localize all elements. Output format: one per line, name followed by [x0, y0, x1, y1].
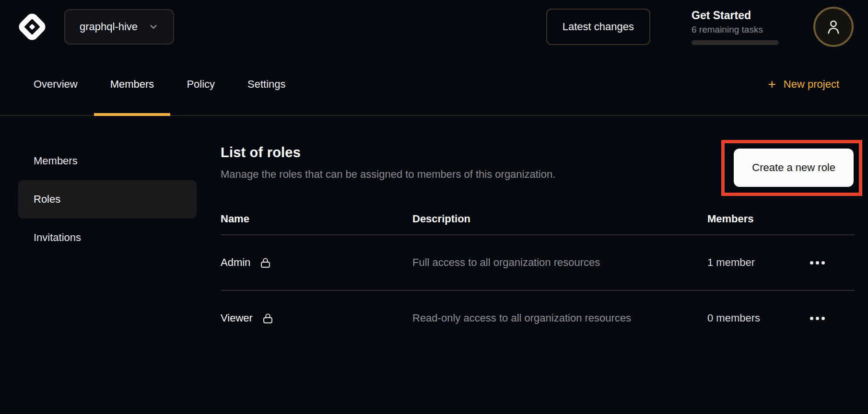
row-menu-button[interactable] [808, 312, 827, 325]
column-header-name: Name [221, 213, 412, 225]
create-new-role-button[interactable]: Create a new role [734, 149, 854, 187]
row-menu-button[interactable] [808, 256, 827, 269]
user-avatar-button[interactable] [813, 7, 854, 47]
roles-table-header: Name Description Members [221, 204, 855, 234]
sidebar-item-members[interactable]: Members [18, 142, 197, 180]
top-header: graphql-hive Latest changes Get Started … [0, 0, 868, 54]
get-started-progress-bar [692, 40, 779, 45]
app-root: graphql-hive Latest changes Get Started … [0, 0, 868, 414]
new-project-button[interactable]: + New project [768, 54, 851, 115]
column-header-description: Description [412, 213, 707, 225]
roles-panel: List of roles Manage the roles that can … [221, 142, 855, 414]
sidebar-item-roles[interactable]: Roles [18, 180, 197, 218]
user-icon [824, 17, 843, 36]
get-started-remaining-tasks: 6 remaining tasks [692, 24, 780, 35]
latest-changes-button[interactable]: Latest changes [546, 9, 650, 45]
lock-icon [259, 256, 272, 269]
annotation-highlight-box: Create a new role [721, 140, 862, 196]
hive-logo-icon [16, 11, 48, 43]
roles-table: Name Description Members Admin [221, 204, 855, 345]
role-actions-cell [806, 312, 855, 325]
lock-icon [261, 312, 274, 325]
organization-selector[interactable]: graphql-hive [64, 9, 174, 45]
roles-title-block: List of roles Manage the roles that can … [221, 142, 555, 181]
page-subtitle: Manage the roles that can be assigned to… [221, 168, 555, 181]
tab-policy[interactable]: Policy [170, 54, 231, 115]
tab-settings[interactable]: Settings [231, 54, 302, 115]
role-members-count: 1 member [707, 256, 806, 269]
organization-name: graphql-hive [80, 21, 138, 33]
table-row-viewer: Viewer Read-only access to all organizat… [221, 290, 855, 345]
role-description: Full access to all organization resource… [412, 254, 707, 271]
sidebar-item-invitations[interactable]: Invitations [18, 218, 197, 257]
new-project-label: New project [784, 78, 839, 91]
tab-members[interactable]: Members [94, 54, 171, 115]
content-area: Members Roles Invitations List of roles … [0, 116, 868, 414]
get-started-widget[interactable]: Get Started 6 remaining tasks [692, 9, 780, 45]
tab-overview[interactable]: Overview [17, 54, 94, 115]
role-name: Admin [221, 256, 250, 269]
role-actions-cell [806, 256, 855, 269]
plus-icon: + [768, 78, 775, 91]
org-tab-bar: Overview Members Policy Settings + New p… [0, 54, 868, 116]
column-header-members: Members [707, 213, 806, 225]
role-name-cell: Viewer [221, 312, 412, 325]
role-description: Read-only access to all organization res… [412, 310, 707, 326]
role-members-count: 0 members [707, 312, 806, 324]
role-name: Viewer [221, 312, 253, 324]
table-row-admin: Admin Full access to all organization re… [221, 234, 855, 290]
chevron-down-icon [148, 22, 159, 32]
members-sidebar: Members Roles Invitations [18, 142, 221, 414]
page-title: List of roles [221, 145, 555, 161]
get-started-title: Get Started [692, 9, 780, 22]
role-name-cell: Admin [221, 256, 412, 269]
tabbar-spacer [302, 54, 768, 115]
